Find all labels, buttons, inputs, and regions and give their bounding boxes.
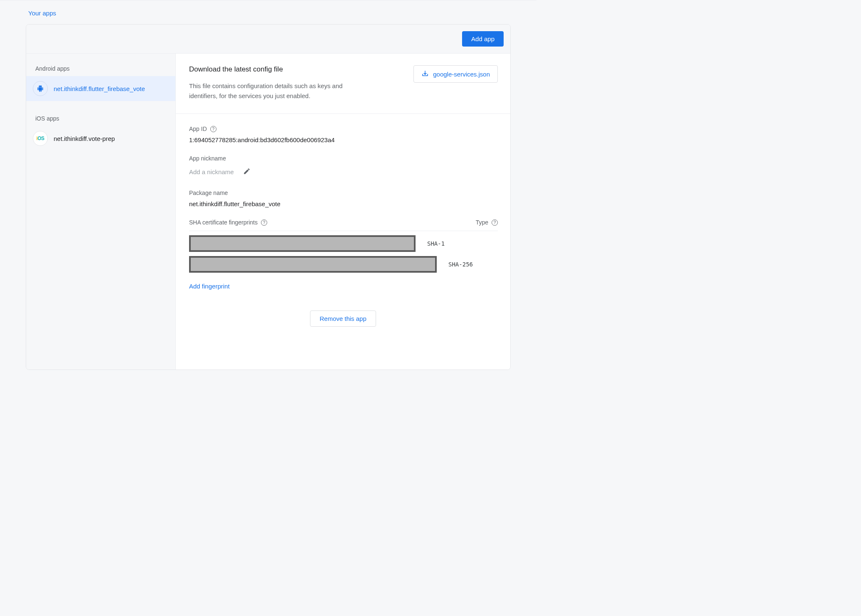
config-download-title: Download the latest config file (189, 65, 403, 74)
sidebar-item-label: net.ithinkdiff.flutter_firebase_vote (54, 85, 145, 92)
remove-app-button[interactable]: Remove this app (310, 310, 376, 327)
sha-fingerprint-row: SHA-256 (189, 256, 498, 273)
config-download-section: Download the latest config file This fil… (176, 54, 510, 114)
sha-fingerprint-row: SHA-1 (189, 235, 498, 252)
app-id-label: App ID ? (189, 126, 498, 132)
help-icon[interactable]: ? (210, 126, 216, 132)
sha-type-value: SHA-256 (448, 261, 473, 268)
card-toolbar: Add app (26, 25, 510, 54)
android-icon (33, 81, 48, 96)
help-icon[interactable]: ? (492, 219, 498, 226)
apps-sidebar: Android apps net.ithinkdiff.flutter_fire… (26, 54, 176, 370)
app-id-value: 1:694052778285:android:bd3d602fb600de006… (189, 136, 498, 143)
page-root: Your apps Add app Android apps net.ithin… (0, 0, 536, 382)
app-details: App ID ? 1:694052778285:android:bd3d602f… (176, 114, 510, 207)
sha-type-header: Type (476, 219, 488, 226)
package-name-label: Package name (189, 190, 498, 196)
ios-icon: iOS (33, 131, 48, 146)
edit-nickname-button[interactable] (241, 166, 252, 178)
pencil-icon (243, 170, 251, 176)
app-nickname-field: App nickname Add a nickname (189, 155, 498, 178)
card-body: Android apps net.ithinkdiff.flutter_fire… (26, 54, 510, 370)
app-detail-pane: Download the latest config file This fil… (176, 54, 510, 370)
app-id-field: App ID ? 1:694052778285:android:bd3d602f… (189, 126, 498, 143)
apps-card: Add app Android apps net.ithinkdiff.flut… (26, 24, 511, 370)
app-nickname-label: App nickname (189, 155, 498, 162)
package-name-value: net.ithinkdiff.flutter_firebase_vote (189, 200, 498, 207)
sha-header: SHA certificate fingerprints ? Type ? (189, 219, 498, 231)
help-icon[interactable]: ? (261, 219, 267, 226)
sidebar-item-label: net.ithinkdiff.vote-prep (54, 135, 115, 142)
package-name-field: Package name net.ithinkdiff.flutter_fire… (189, 190, 498, 207)
sidebar-item-ios-app[interactable]: iOS net.ithinkdiff.vote-prep (26, 126, 175, 151)
download-icon (421, 70, 429, 79)
add-fingerprint-button[interactable]: Add fingerprint (189, 277, 230, 294)
sha-fingerprints-section: SHA certificate fingerprints ? Type ? SH… (176, 219, 510, 294)
sidebar-group-label-ios: iOS apps (26, 111, 175, 126)
sha-header-label: SHA certificate fingerprints (189, 219, 258, 226)
sha-rows-container: SHA-1 SHA-256 (189, 231, 498, 273)
download-config-label: google-services.json (433, 71, 490, 78)
sha-type-value: SHA-1 (427, 240, 445, 247)
add-app-button[interactable]: Add app (462, 31, 504, 47)
sha-fingerprint-value-redacted[interactable] (189, 256, 437, 273)
section-title: Your apps (0, 0, 536, 24)
config-download-desc: This file contains configuration details… (189, 81, 372, 101)
download-config-button[interactable]: google-services.json (413, 65, 498, 83)
app-footer: Remove this app (176, 294, 510, 339)
sidebar-item-android-app[interactable]: net.ithinkdiff.flutter_firebase_vote (26, 76, 175, 101)
sidebar-group-label-android: Android apps (26, 61, 175, 76)
app-nickname-placeholder: Add a nickname (189, 168, 234, 175)
sha-fingerprint-value-redacted[interactable] (189, 235, 416, 252)
